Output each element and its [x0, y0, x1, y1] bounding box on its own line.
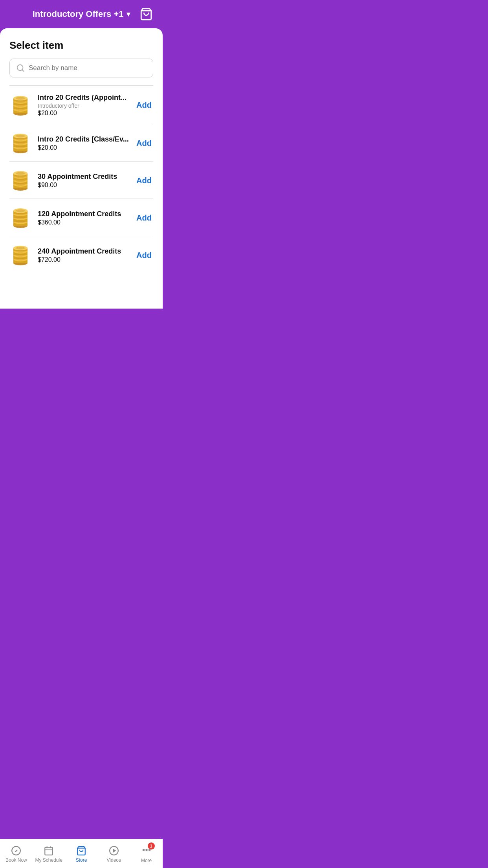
- svg-point-12: [16, 97, 25, 99]
- section-title: Select item: [9, 39, 153, 51]
- svg-point-64: [16, 247, 25, 250]
- list-item: Intro 20 Credits (Appoint... Introductor…: [9, 86, 153, 124]
- svg-point-52: [16, 213, 25, 215]
- item-list: Intro 20 Credits (Appoint... Introductor…: [9, 86, 153, 273]
- main-card: Select item: [0, 28, 163, 309]
- scroll-area: Select item: [9, 39, 153, 309]
- coin-stack-icon: [9, 94, 31, 116]
- header-title[interactable]: Introductory Offers +1 ▾: [33, 9, 130, 19]
- item-subtitle: Introductory offer: [38, 103, 135, 109]
- item-info: Intro 20 Credits (Appoint... Introductor…: [38, 94, 135, 117]
- item-name: 30 Appointment Credits: [38, 173, 135, 181]
- svg-point-40: [16, 179, 25, 182]
- add-button[interactable]: Add: [135, 97, 153, 113]
- svg-point-66: [16, 254, 25, 257]
- svg-point-39: [16, 175, 25, 178]
- search-input[interactable]: [29, 64, 147, 72]
- header: Introductory Offers +1 ▾: [0, 0, 163, 28]
- cart-button[interactable]: [138, 6, 155, 23]
- svg-point-28: [16, 146, 25, 149]
- svg-point-15: [16, 108, 25, 110]
- item-info: 30 Appointment Credits $90.00: [38, 173, 135, 189]
- list-item: 120 Appointment Credits $360.00 Add: [9, 199, 153, 236]
- item-price: $90.00: [38, 182, 135, 189]
- item-price: $20.00: [38, 110, 135, 117]
- item-price: $20.00: [38, 144, 135, 151]
- svg-point-26: [16, 138, 25, 141]
- svg-point-13: [16, 100, 25, 103]
- item-price: $360.00: [38, 219, 135, 226]
- add-button[interactable]: Add: [135, 248, 153, 263]
- svg-point-54: [16, 221, 25, 223]
- svg-point-14: [16, 104, 25, 107]
- item-name: Intro 20 Credits (Appoint...: [38, 94, 135, 102]
- item-price: $720.00: [38, 256, 135, 263]
- cart-icon: [139, 7, 153, 21]
- item-name: 120 Appointment Credits: [38, 210, 135, 218]
- coin-stack-icon: [9, 244, 31, 266]
- add-button[interactable]: Add: [135, 136, 153, 151]
- svg-line-2: [22, 70, 24, 71]
- item-name: Intro 20 Credits [Class/Ev...: [38, 135, 135, 143]
- svg-point-65: [16, 250, 25, 253]
- item-name: 240 Appointment Credits: [38, 247, 135, 256]
- list-item: 30 Appointment Credits $90.00 Add: [9, 162, 153, 199]
- add-button[interactable]: Add: [135, 173, 153, 188]
- add-button[interactable]: Add: [135, 210, 153, 226]
- list-item: 240 Appointment Credits $720.00 Add: [9, 236, 153, 273]
- coin-stack-icon: [9, 132, 31, 154]
- header-title-text: Introductory Offers +1: [33, 9, 124, 19]
- svg-point-67: [16, 258, 25, 261]
- item-info: Intro 20 Credits [Class/Ev... $20.00: [38, 135, 135, 151]
- svg-point-27: [16, 142, 25, 145]
- item-info: 240 Appointment Credits $720.00: [38, 247, 135, 263]
- chevron-down-icon: ▾: [127, 10, 130, 18]
- coin-stack-icon: [9, 207, 31, 229]
- svg-point-41: [16, 183, 25, 186]
- svg-point-51: [16, 210, 25, 212]
- search-box[interactable]: [9, 59, 153, 77]
- svg-point-38: [16, 172, 25, 175]
- search-icon: [16, 64, 25, 72]
- list-item: Intro 20 Credits [Class/Ev... $20.00 Add: [9, 124, 153, 162]
- item-info: 120 Appointment Credits $360.00: [38, 210, 135, 226]
- coin-stack-icon: [9, 169, 31, 191]
- svg-point-53: [16, 217, 25, 219]
- svg-point-25: [16, 135, 25, 138]
